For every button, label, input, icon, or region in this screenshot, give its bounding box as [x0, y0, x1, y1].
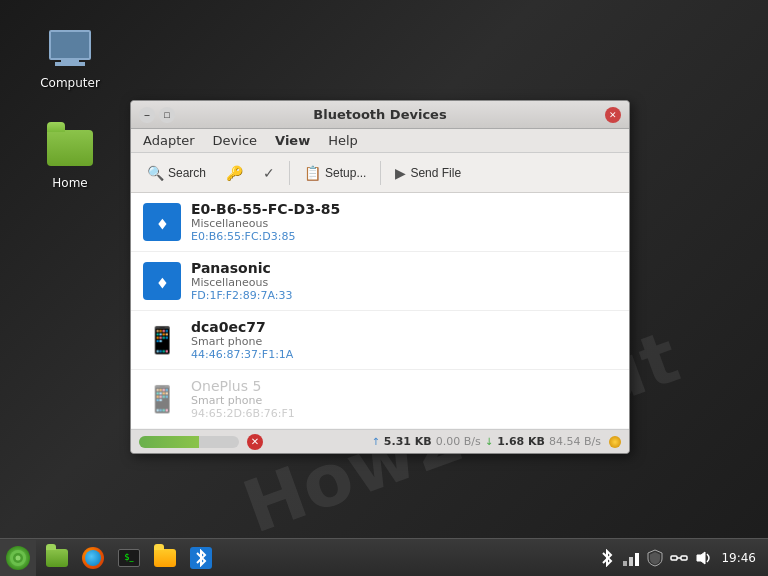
tray-connection-icon[interactable]: [669, 548, 689, 568]
device-4-name: OnePlus 5: [191, 378, 617, 394]
taskbar-app-bluetooth[interactable]: [184, 542, 218, 574]
device-item-2[interactable]: ⬧ Panasonic Miscellaneous FD:1F:F2:89:7A…: [131, 252, 629, 311]
taskbar-right: 19:46: [597, 548, 768, 568]
device-1-info: E0-B6-55-FC-D3-85 Miscellaneous E0:B6:55…: [191, 201, 617, 243]
device-4-type: Smart phone: [191, 394, 617, 407]
tray-volume-icon[interactable]: [693, 548, 713, 568]
search-label: Search: [168, 166, 206, 180]
download-rate: 84.54 B/s: [549, 435, 601, 448]
svg-point-2: [16, 555, 21, 560]
device-item-4[interactable]: 📱 OnePlus 5 Smart phone 94:65:2D:6B:76:F…: [131, 370, 629, 429]
setup-button[interactable]: 📋 Setup...: [296, 161, 374, 185]
bluetooth-app-icon: [190, 547, 212, 569]
separator-1: [289, 161, 290, 185]
download-size: 1.68 KB: [497, 435, 545, 448]
start-button[interactable]: [0, 540, 36, 576]
check-button[interactable]: ✓: [255, 161, 283, 185]
svg-rect-4: [629, 557, 633, 566]
menu-device[interactable]: Device: [205, 131, 265, 150]
desktop-icon-home[interactable]: Home: [30, 120, 110, 194]
send-file-button[interactable]: ▶ Send File: [387, 161, 469, 185]
download-arrow-icon: ↓: [485, 436, 493, 447]
device-2-info: Panasonic Miscellaneous FD:1F:F2:89:7A:3…: [191, 260, 617, 302]
device-2-type: Miscellaneous: [191, 276, 617, 289]
svg-rect-5: [635, 553, 639, 566]
status-network: ↑ 5.31 KB 0.00 B/s ↓ 1.68 KB 84.54 B/s: [371, 435, 621, 448]
setup-label: Setup...: [325, 166, 366, 180]
device-4-icon: 📱: [143, 380, 181, 418]
status-close-button[interactable]: ✕: [247, 434, 263, 450]
computer-icon-label: Computer: [40, 76, 100, 90]
restore-button[interactable]: □: [159, 107, 175, 123]
device-1-type: Miscellaneous: [191, 217, 617, 230]
taskbar-app-firefox[interactable]: [76, 542, 110, 574]
terminal-app-icon: $_: [118, 549, 140, 567]
key-icon: 🔑: [226, 165, 243, 181]
bluetooth-window: – □ Bluetooth Devices ✕ Adapter Device V…: [130, 100, 630, 454]
svg-marker-9: [697, 552, 705, 564]
home-icon-image: [46, 124, 94, 172]
svg-rect-3: [623, 561, 627, 566]
taskbar: $_: [0, 538, 768, 576]
tray-bluetooth-icon[interactable]: [597, 548, 617, 568]
device-1-address: E0:B6:55:FC:D3:85: [191, 230, 617, 243]
status-indicator: [609, 436, 621, 448]
menu-bar: Adapter Device View Help: [131, 129, 629, 153]
device-item-3[interactable]: 📱 dca0ec77 Smart phone 44:46:87:37:F1:1A: [131, 311, 629, 370]
upload-size: 5.31 KB: [384, 435, 432, 448]
device-2-icon: ⬧: [143, 262, 181, 300]
device-3-info: dca0ec77 Smart phone 44:46:87:37:F1:1A: [191, 319, 617, 361]
window-controls: – □: [139, 107, 175, 123]
close-button[interactable]: ✕: [605, 107, 621, 123]
taskbar-app-folder[interactable]: [40, 542, 74, 574]
upload-arrow-icon: ↑: [371, 436, 379, 447]
device-item-1[interactable]: ⬧ E0-B6-55-FC-D3-85 Miscellaneous E0:B6:…: [131, 193, 629, 252]
progress-fill: [139, 436, 199, 448]
device-1-icon: ⬧: [143, 203, 181, 241]
search-button[interactable]: 🔍 Search: [139, 161, 214, 185]
device-2-address: FD:1F:F2:89:7A:33: [191, 289, 617, 302]
svg-rect-7: [681, 556, 687, 560]
folder-app-icon: [46, 549, 68, 567]
taskbar-apps: $_: [36, 542, 222, 574]
send-icon: ▶: [395, 165, 406, 181]
firefox-app-icon: [82, 547, 104, 569]
separator-2: [380, 161, 381, 185]
menu-help[interactable]: Help: [320, 131, 366, 150]
key-button[interactable]: 🔑: [218, 161, 251, 185]
svg-rect-6: [671, 556, 677, 560]
window-title: Bluetooth Devices: [175, 107, 585, 122]
device-list: ⬧ E0-B6-55-FC-D3-85 Miscellaneous E0:B6:…: [131, 193, 629, 429]
device-3-address: 44:46:87:37:F1:1A: [191, 348, 617, 361]
status-bar: ✕ ↑ 5.31 KB 0.00 B/s ↓ 1.68 KB 84.54 B/s: [131, 429, 629, 453]
device-4-info: OnePlus 5 Smart phone 94:65:2D:6B:76:F1: [191, 378, 617, 420]
device-1-name: E0-B6-55-FC-D3-85: [191, 201, 617, 217]
check-icon: ✓: [263, 165, 275, 181]
send-file-label: Send File: [410, 166, 461, 180]
tray-shield-icon[interactable]: [645, 548, 665, 568]
device-3-name: dca0ec77: [191, 319, 617, 335]
device-2-name: Panasonic: [191, 260, 617, 276]
taskbar-app-files[interactable]: [148, 542, 182, 574]
desktop: How2sh How2shout Computer Home – □ Bluet…: [0, 0, 768, 576]
clock-display: 19:46: [717, 551, 760, 565]
title-bar: – □ Bluetooth Devices ✕: [131, 101, 629, 129]
device-3-type: Smart phone: [191, 335, 617, 348]
menu-adapter[interactable]: Adapter: [135, 131, 203, 150]
device-3-icon: 📱: [143, 321, 181, 359]
status-progress-bar: [139, 436, 239, 448]
computer-icon-image: [46, 24, 94, 72]
desktop-icon-computer[interactable]: Computer: [30, 20, 110, 94]
tray-network-icon[interactable]: [621, 548, 641, 568]
files-app-icon: [154, 549, 176, 567]
home-icon-label: Home: [52, 176, 87, 190]
menu-view[interactable]: View: [267, 131, 318, 150]
toolbar: 🔍 Search 🔑 ✓ 📋 Setup... ▶ Send File: [131, 153, 629, 193]
taskbar-app-terminal[interactable]: $_: [112, 542, 146, 574]
search-icon: 🔍: [147, 165, 164, 181]
upload-rate: 0.00 B/s: [436, 435, 481, 448]
mint-logo: [6, 546, 30, 570]
setup-icon: 📋: [304, 165, 321, 181]
minimize-button[interactable]: –: [139, 107, 155, 123]
device-4-address: 94:65:2D:6B:76:F1: [191, 407, 617, 420]
